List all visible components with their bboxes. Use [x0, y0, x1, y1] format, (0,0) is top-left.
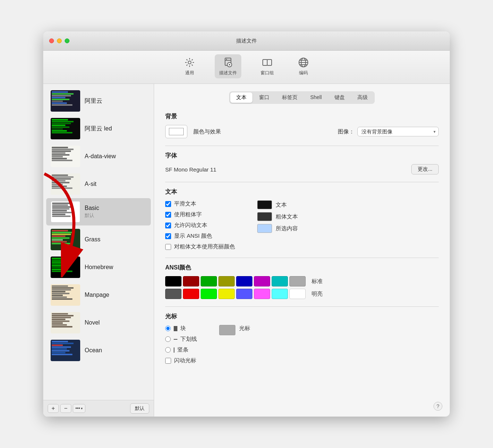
image-row: 图像： 没有背景图像 ▾ [338, 127, 439, 136]
cursor-bar-row[interactable]: 竖条 [165, 346, 197, 353]
background-section: 背景 颜色与效果 图像： 没有背景图像 ▾ [165, 113, 439, 138]
bright-colors-row[interactable]: 对粗体文本使用亮丽颜色 [165, 243, 235, 250]
profile-thumb-aliyun-led [51, 118, 80, 139]
sidebar: 阿里云 [43, 84, 154, 417]
main-panel: 文本 窗口 标签页 Shell 键盘 高级 背景 颜色 [154, 84, 450, 398]
traffic-lights [49, 38, 69, 43]
bold-color-label: 粗体文本 [276, 213, 298, 220]
profile-item-aliyun[interactable]: 阿里云 [46, 87, 151, 115]
profile-item-homebrew[interactable]: Homebrew [46, 254, 151, 281]
profile-item-ocean[interactable]: Ocean [46, 337, 151, 364]
profile-thumb-ocean [51, 340, 80, 361]
ansi-colors-label: 显示 ANSI 颜色 [174, 233, 212, 240]
ansi-std-3[interactable] [218, 276, 235, 286]
profile-item-manpage[interactable]: Manpage [46, 281, 151, 309]
ansi-std-5[interactable] [254, 276, 270, 286]
ansi-std-1[interactable] [183, 276, 199, 286]
ansi-colors-checkbox[interactable] [165, 233, 171, 239]
ansi-bright-1[interactable] [183, 289, 199, 299]
profile-item-adata[interactable]: A-data-view [46, 143, 151, 170]
bright-colors-checkbox[interactable] [165, 244, 171, 250]
cursor-block-radio[interactable] [165, 326, 171, 331]
toolbar-profiles[interactable]: 描述文件 [215, 54, 241, 78]
profile-thumb-aliyun [51, 90, 80, 112]
change-font-button[interactable]: 更改... [411, 164, 439, 174]
cursor-underline-label: 下划线 [180, 336, 197, 343]
blink-cursor-checkbox[interactable] [165, 358, 171, 364]
ansi-bright-0[interactable] [165, 289, 181, 299]
profile-item-asit[interactable]: A-sit [46, 170, 151, 198]
profile-name-aliyun-led: 阿里云 led [85, 125, 112, 133]
profile-name-asit: A-sit [85, 181, 96, 187]
smooth-text-checkbox[interactable] [165, 201, 171, 207]
ansi-std-7[interactable] [289, 276, 306, 286]
profile-name-grass: Grass [85, 236, 101, 243]
help-button[interactable]: ? [434, 402, 442, 411]
profile-thumb-novel [51, 312, 80, 333]
profile-item-novel[interactable]: Novel [46, 309, 151, 336]
text-checkboxes: 平滑文本 使用粗体字 允许闪动文本 [165, 200, 235, 250]
bright-colors-label: 对粗体文本使用亮丽颜色 [174, 243, 235, 250]
background-color-button[interactable] [165, 125, 187, 138]
blink-cursor-row[interactable]: 闪动光标 [165, 357, 197, 364]
blink-text-checkbox[interactable] [165, 223, 171, 228]
profile-name-adata: A-data-view [85, 153, 116, 160]
content-area: 阿里云 [43, 84, 450, 417]
default-button[interactable]: 默认 [130, 403, 149, 414]
profile-info-aliyun: 阿里云 [85, 97, 102, 105]
cursor-underline-radio[interactable] [165, 336, 171, 342]
ansi-bright-4[interactable] [236, 289, 252, 299]
profile-item-basic[interactable]: Basic 默认 [46, 198, 151, 225]
profile-item-grass[interactable]: Grass [46, 226, 151, 253]
close-button[interactable] [49, 38, 54, 43]
divider-2 [165, 182, 439, 182]
ansi-std-2[interactable] [201, 276, 217, 286]
bold-text-checkbox[interactable] [165, 212, 171, 218]
tab-keyboard[interactable]: 键盘 [329, 92, 351, 103]
toolbar-encoding[interactable]: 编码 [293, 54, 314, 78]
ansi-bright-3[interactable] [218, 289, 235, 299]
tab-advanced[interactable]: 高级 [351, 92, 374, 103]
image-select[interactable]: 没有背景图像 [357, 127, 439, 136]
remove-profile-button[interactable]: − [60, 404, 71, 413]
tab-text[interactable]: 文本 [230, 92, 252, 103]
selection-color-box[interactable] [257, 224, 272, 233]
cursor-color-box[interactable] [219, 325, 235, 335]
ansi-bright-7[interactable] [289, 289, 306, 299]
divider-1 [165, 146, 439, 146]
text-color-row: 文本 [257, 200, 298, 209]
cursor-block-row[interactable]: 块 [165, 325, 197, 332]
toolbar-windowgroups[interactable]: 窗口组 [256, 54, 278, 78]
bold-color-box[interactable] [257, 212, 272, 221]
ansi-std-0[interactable] [165, 276, 181, 286]
tab-shell[interactable]: Shell [304, 92, 327, 103]
bold-text-row[interactable]: 使用粗体字 [165, 211, 235, 218]
tab-window[interactable]: 窗口 [253, 92, 275, 103]
ansi-standard-colors [165, 276, 306, 286]
toolbar-general[interactable]: 通用 [179, 54, 200, 78]
ansi-std-4[interactable] [236, 276, 252, 286]
minimize-button[interactable] [57, 38, 62, 43]
maximize-button[interactable] [65, 38, 69, 43]
profile-info-adata: A-data-view [85, 153, 116, 160]
cursor-radio-col: 块 下划线 竖条 [165, 325, 197, 364]
more-options-button[interactable]: ••• ▾ [73, 404, 85, 413]
help-area: ? [154, 398, 450, 417]
ansi-bright-2[interactable] [201, 289, 217, 299]
profile-item-aliyun-led[interactable]: 阿里云 led [46, 115, 151, 142]
text-color-box[interactable] [257, 200, 272, 209]
ansi-std-6[interactable] [272, 276, 288, 286]
cursor-bar-radio[interactable] [165, 347, 171, 353]
profile-list: 阿里云 [43, 84, 154, 400]
profile-thumb-homebrew [51, 257, 80, 278]
ansi-colors-row[interactable]: 显示 ANSI 颜色 [165, 233, 235, 240]
blink-text-row[interactable]: 允许闪动文本 [165, 222, 235, 229]
smooth-text-row[interactable]: 平滑文本 [165, 200, 235, 207]
cursor-underline-row[interactable]: 下划线 [165, 336, 197, 343]
ansi-bright-5[interactable] [254, 289, 270, 299]
add-profile-button[interactable]: + [48, 404, 59, 413]
divider-3 [165, 258, 439, 258]
tab-tabs[interactable]: 标签页 [276, 92, 303, 103]
ansi-bright-6[interactable] [272, 289, 288, 299]
profile-name-manpage: Manpage [85, 292, 109, 298]
